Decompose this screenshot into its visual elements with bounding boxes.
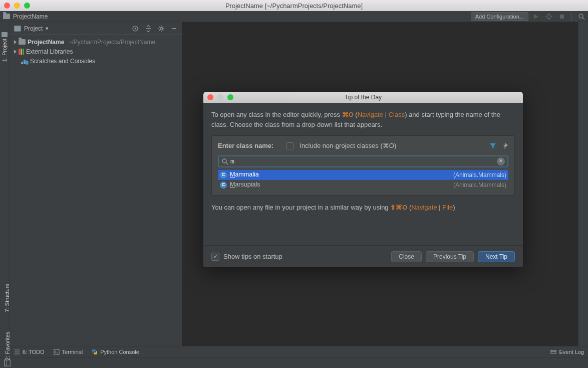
shortcut-text: ⌘O [342,111,354,118]
breadcrumb[interactable]: ProjectName [13,13,48,20]
project-panel-title: Project [24,25,43,32]
project-panel-header[interactable]: Project ▼ [10,22,182,35]
project-tree[interactable]: ProjectName ~/PycharmProjects/ProjectNam… [10,35,182,68]
expand-arrow-icon[interactable] [14,40,17,44]
tree-node-name: Scratches and Consoles [30,58,95,65]
svg-point-2 [579,14,583,18]
close-button[interactable]: Close [391,251,422,262]
debug-icon[interactable] [545,13,552,20]
breadcrumb-bar: ProjectName Add Configuration... [0,11,588,22]
result-package: (Animals.Mammals) [453,180,506,190]
chevron-down-icon[interactable]: ▼ [45,26,49,31]
libraries-icon [19,49,24,55]
project-tool-window: Project ▼ ProjectName ~/PycharmProjects/… [10,22,182,346]
tree-node-name: ProjectName [28,39,64,46]
class-icon: C [220,181,227,189]
minimize-dialog-icon [217,94,223,100]
tip-of-day-dialog: Tip of the Day To open any class in the … [203,92,523,267]
window-title: ProjectName [~/PycharmProjects/ProjectNa… [0,2,588,10]
folder-icon [3,14,10,19]
bottom-strip [0,357,588,368]
stop-icon[interactable] [558,13,565,20]
tool-window-tab-structure[interactable]: 7: Structure [4,284,10,312]
expand-all-icon[interactable] [145,25,152,32]
status-bar: 6: TODO Terminal Python Console Event Lo… [0,346,588,357]
class-search-input[interactable] [230,157,497,165]
gear-icon[interactable] [158,25,165,32]
svg-rect-6 [54,349,59,354]
tree-external-libraries[interactable]: External Libraries [10,47,182,56]
svg-point-9 [222,159,226,163]
status-todo[interactable]: 6: TODO [14,349,45,355]
result-package: (Animals.Mammals) [453,170,506,179]
hide-icon[interactable] [171,25,178,32]
shortcut-text: ⇧⌘O [390,204,407,211]
filter-icon[interactable] [489,142,496,149]
dialog-title: Tip of the Day [203,94,523,101]
class-icon: C [220,171,227,178]
search-icon[interactable] [578,13,585,20]
tree-node-path: ~/PycharmProjects/ProjectName [68,39,155,46]
search-icon [221,158,228,165]
tool-window-tab-project[interactable]: 1: Project [2,39,8,62]
svg-point-0 [547,15,551,19]
locate-icon[interactable] [132,25,139,32]
show-tips-label: Show tips on startup [223,253,387,260]
search-result-row[interactable]: C Mammalia (Animals.Mammals) [218,170,508,180]
folder-icon [2,32,8,37]
show-tips-checkbox[interactable] [211,253,219,261]
clear-search-icon[interactable] [497,157,505,165]
status-python-console[interactable]: Python Console [92,349,139,355]
dialog-footer: Show tips on startup Close Previous Tip … [203,245,523,267]
search-results[interactable]: C Mammalia (Animals.Mammals) C Marsupial… [218,170,508,190]
add-configuration-button[interactable]: Add Configuration... [471,12,528,21]
include-nonproject-checkbox[interactable] [286,142,293,149]
zoom-dialog-icon[interactable] [227,94,233,100]
right-gutter [578,22,588,346]
svg-rect-1 [560,15,564,19]
include-nonproject-label: Include non-project classes (⌘O) [300,141,485,151]
next-tip-button[interactable]: Next Tip [478,251,515,262]
expand-arrow-icon[interactable] [14,50,17,54]
project-view-icon [14,26,21,32]
tree-root-node[interactable]: ProjectName ~/PycharmProjects/ProjectNam… [10,37,182,47]
folder-icon [19,39,26,45]
example-screenshot: Enter class name: Include non-project cl… [211,135,515,196]
svg-rect-7 [5,360,11,366]
tip-paragraph-1: To open any class in the editor quickly,… [211,110,515,129]
tool-window-tab-favorites[interactable]: 2: Favorites [5,331,11,360]
svg-point-4 [135,28,136,29]
tip-paragraph-2: You can open any file in your project in… [211,203,515,213]
status-event-log[interactable]: Event Log [550,349,584,355]
dialog-titlebar: Tip of the Day [203,92,523,103]
run-icon[interactable] [532,13,539,20]
pin-icon[interactable] [501,142,508,149]
window-titlebar: ProjectName [~/PycharmProjects/ProjectNa… [0,0,588,11]
search-label: Enter class name: [218,141,273,151]
result-name: Mammalia [230,170,450,179]
tree-scratches[interactable]: Scratches and Consoles [10,56,182,66]
scratches-icon [21,58,28,64]
result-name: Marsupials [230,180,450,190]
left-gutter: 1: Project 7: Structure 2: Favorites [0,22,10,346]
close-window-icon[interactable] [4,3,10,9]
tree-node-name: External Libraries [26,48,73,55]
status-terminal[interactable]: Terminal [54,349,83,355]
svg-rect-8 [5,360,7,366]
search-result-row[interactable]: C Marsupials (Animals.Mammals) [218,180,508,190]
svg-point-5 [160,27,163,30]
minimize-window-icon[interactable] [14,3,20,9]
previous-tip-button[interactable]: Previous Tip [426,251,474,262]
class-search-field[interactable] [218,155,508,167]
maximize-window-icon[interactable] [24,3,30,9]
tool-windows-icon[interactable] [4,359,11,366]
close-dialog-icon[interactable] [207,94,213,100]
